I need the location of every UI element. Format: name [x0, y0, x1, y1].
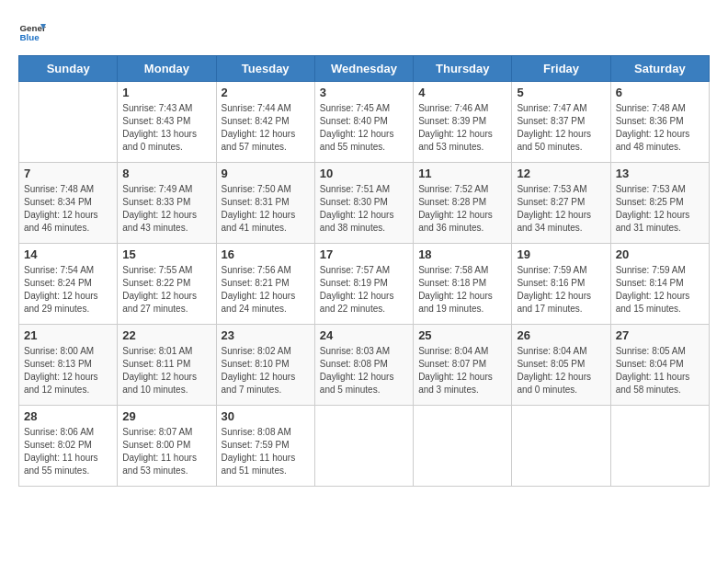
day-number: 3	[320, 86, 408, 99]
calendar-cell: 13Sunrise: 7:53 AMSunset: 8:25 PMDayligh…	[610, 163, 709, 244]
day-number: 2	[222, 86, 310, 99]
day-number: 22	[122, 328, 210, 342]
calendar-cell: 12Sunrise: 7:53 AMSunset: 8:27 PMDayligh…	[512, 163, 610, 244]
cell-info: Sunrise: 8:06 AMSunset: 8:02 PMDaylight:…	[24, 426, 112, 477]
calendar-cell: 1Sunrise: 7:43 AMSunset: 8:43 PMDaylight…	[118, 82, 216, 163]
calendar-cell: 5Sunrise: 7:47 AMSunset: 8:37 PMDaylight…	[512, 82, 610, 163]
cell-info: Sunrise: 7:59 AMSunset: 8:16 PMDaylight:…	[517, 264, 605, 316]
cell-info: Sunrise: 8:07 AMSunset: 8:00 PMDaylight:…	[122, 426, 210, 477]
calendar-cell	[19, 82, 118, 163]
svg-text:Blue: Blue	[20, 32, 40, 42]
day-number: 1	[122, 86, 210, 99]
day-number: 6	[616, 86, 704, 99]
logo-icon: General Blue	[18, 18, 46, 46]
day-header-friday: Friday	[512, 56, 610, 82]
calendar-cell	[610, 406, 709, 487]
calendar-cell: 15Sunrise: 7:55 AMSunset: 8:22 PMDayligh…	[118, 244, 216, 325]
page-header: General Blue	[18, 18, 710, 46]
day-number: 8	[122, 167, 210, 180]
day-number: 20	[616, 247, 704, 261]
day-number: 18	[418, 247, 506, 261]
day-header-monday: Monday	[118, 56, 216, 82]
cell-info: Sunrise: 8:03 AMSunset: 8:08 PMDaylight:…	[320, 345, 408, 396]
day-header-thursday: Thursday	[414, 56, 512, 82]
calendar-cell: 11Sunrise: 7:52 AMSunset: 8:28 PMDayligh…	[414, 163, 512, 244]
day-number: 7	[24, 167, 112, 180]
day-number: 27	[616, 328, 704, 342]
day-number: 19	[517, 247, 605, 261]
calendar-cell: 18Sunrise: 7:58 AMSunset: 8:18 PMDayligh…	[414, 244, 512, 325]
cell-info: Sunrise: 7:54 AMSunset: 8:24 PMDaylight:…	[24, 264, 112, 316]
cell-info: Sunrise: 7:53 AMSunset: 8:25 PMDaylight:…	[616, 183, 704, 235]
calendar-cell: 22Sunrise: 8:01 AMSunset: 8:11 PMDayligh…	[118, 325, 216, 406]
cell-info: Sunrise: 7:51 AMSunset: 8:30 PMDaylight:…	[320, 183, 408, 235]
calendar-cell: 3Sunrise: 7:45 AMSunset: 8:40 PMDaylight…	[314, 82, 413, 163]
day-number: 28	[24, 409, 112, 423]
calendar-cell: 29Sunrise: 8:07 AMSunset: 8:00 PMDayligh…	[118, 406, 216, 487]
day-number: 29	[122, 409, 210, 423]
calendar-cell: 14Sunrise: 7:54 AMSunset: 8:24 PMDayligh…	[19, 244, 118, 325]
calendar-cell: 4Sunrise: 7:46 AMSunset: 8:39 PMDaylight…	[414, 82, 512, 163]
day-number: 15	[122, 247, 210, 261]
day-number: 4	[418, 86, 506, 99]
calendar-cell	[512, 406, 610, 487]
calendar-body: 1Sunrise: 7:43 AMSunset: 8:43 PMDaylight…	[19, 82, 710, 487]
calendar-week-3: 14Sunrise: 7:54 AMSunset: 8:24 PMDayligh…	[19, 244, 710, 325]
day-number: 26	[517, 328, 605, 342]
day-number: 5	[517, 86, 605, 99]
calendar-cell: 20Sunrise: 7:59 AMSunset: 8:14 PMDayligh…	[610, 244, 709, 325]
calendar-cell	[414, 406, 512, 487]
calendar-cell	[314, 406, 413, 487]
cell-info: Sunrise: 8:04 AMSunset: 8:07 PMDaylight:…	[418, 345, 506, 396]
calendar-week-1: 1Sunrise: 7:43 AMSunset: 8:43 PMDaylight…	[19, 82, 710, 163]
day-header-wednesday: Wednesday	[314, 56, 413, 82]
calendar-cell: 27Sunrise: 8:05 AMSunset: 8:04 PMDayligh…	[610, 325, 709, 406]
cell-info: Sunrise: 7:50 AMSunset: 8:31 PMDaylight:…	[222, 183, 310, 235]
cell-info: Sunrise: 7:56 AMSunset: 8:21 PMDaylight:…	[222, 264, 310, 316]
calendar-week-2: 7Sunrise: 7:48 AMSunset: 8:34 PMDaylight…	[19, 163, 710, 244]
calendar-cell: 16Sunrise: 7:56 AMSunset: 8:21 PMDayligh…	[216, 244, 314, 325]
calendar-header: SundayMondayTuesdayWednesdayThursdayFrid…	[19, 56, 710, 82]
cell-info: Sunrise: 7:46 AMSunset: 8:39 PMDaylight:…	[418, 102, 506, 154]
calendar-cell: 7Sunrise: 7:48 AMSunset: 8:34 PMDaylight…	[19, 163, 118, 244]
day-number: 14	[24, 247, 112, 261]
day-number: 23	[222, 328, 310, 342]
cell-info: Sunrise: 7:59 AMSunset: 8:14 PMDaylight:…	[616, 264, 704, 316]
calendar-cell: 8Sunrise: 7:49 AMSunset: 8:33 PMDaylight…	[118, 163, 216, 244]
logo: General Blue	[18, 18, 46, 46]
cell-info: Sunrise: 7:45 AMSunset: 8:40 PMDaylight:…	[320, 102, 408, 154]
calendar-week-4: 21Sunrise: 8:00 AMSunset: 8:13 PMDayligh…	[19, 325, 710, 406]
cell-info: Sunrise: 7:47 AMSunset: 8:37 PMDaylight:…	[517, 102, 605, 154]
calendar-cell: 6Sunrise: 7:48 AMSunset: 8:36 PMDaylight…	[610, 82, 709, 163]
cell-info: Sunrise: 7:52 AMSunset: 8:28 PMDaylight:…	[418, 183, 506, 235]
cell-info: Sunrise: 8:05 AMSunset: 8:04 PMDaylight:…	[616, 345, 704, 396]
cell-info: Sunrise: 8:08 AMSunset: 7:59 PMDaylight:…	[222, 426, 310, 477]
day-header-saturday: Saturday	[610, 56, 709, 82]
calendar-cell: 17Sunrise: 7:57 AMSunset: 8:19 PMDayligh…	[314, 244, 413, 325]
cell-info: Sunrise: 8:02 AMSunset: 8:10 PMDaylight:…	[222, 345, 310, 396]
calendar-table: SundayMondayTuesdayWednesdayThursdayFrid…	[18, 55, 710, 487]
calendar-cell: 24Sunrise: 8:03 AMSunset: 8:08 PMDayligh…	[314, 325, 413, 406]
calendar-cell: 28Sunrise: 8:06 AMSunset: 8:02 PMDayligh…	[19, 406, 118, 487]
calendar-cell: 21Sunrise: 8:00 AMSunset: 8:13 PMDayligh…	[19, 325, 118, 406]
calendar-cell: 10Sunrise: 7:51 AMSunset: 8:30 PMDayligh…	[314, 163, 413, 244]
day-number: 21	[24, 328, 112, 342]
cell-info: Sunrise: 7:55 AMSunset: 8:22 PMDaylight:…	[122, 264, 210, 316]
calendar-cell: 26Sunrise: 8:04 AMSunset: 8:05 PMDayligh…	[512, 325, 610, 406]
day-number: 10	[320, 167, 408, 180]
day-number: 17	[320, 247, 408, 261]
calendar-cell: 2Sunrise: 7:44 AMSunset: 8:42 PMDaylight…	[216, 82, 314, 163]
cell-info: Sunrise: 7:44 AMSunset: 8:42 PMDaylight:…	[222, 102, 310, 154]
day-number: 30	[222, 409, 310, 423]
cell-info: Sunrise: 7:48 AMSunset: 8:34 PMDaylight:…	[24, 183, 112, 235]
day-header-tuesday: Tuesday	[216, 56, 314, 82]
calendar-cell: 25Sunrise: 8:04 AMSunset: 8:07 PMDayligh…	[414, 325, 512, 406]
calendar-cell: 23Sunrise: 8:02 AMSunset: 8:10 PMDayligh…	[216, 325, 314, 406]
calendar-cell: 19Sunrise: 7:59 AMSunset: 8:16 PMDayligh…	[512, 244, 610, 325]
day-number: 9	[222, 167, 310, 180]
cell-info: Sunrise: 7:53 AMSunset: 8:27 PMDaylight:…	[517, 183, 605, 235]
cell-info: Sunrise: 7:43 AMSunset: 8:43 PMDaylight:…	[122, 102, 210, 154]
calendar-cell: 9Sunrise: 7:50 AMSunset: 8:31 PMDaylight…	[216, 163, 314, 244]
cell-info: Sunrise: 8:00 AMSunset: 8:13 PMDaylight:…	[24, 345, 112, 396]
day-number: 16	[222, 247, 310, 261]
